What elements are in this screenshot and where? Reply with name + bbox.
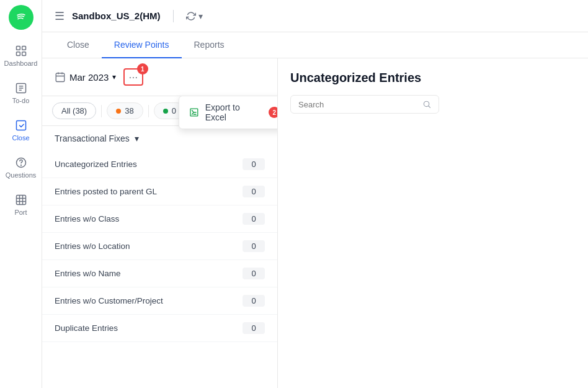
list-item-label: Entries posted to parent GL (55, 187, 243, 196)
more-badge: 1 (137, 63, 148, 74)
svg-point-12 (424, 101, 429, 106)
more-dots: ··· (129, 72, 138, 82)
export-excel-item[interactable]: Export to Excel 2 (179, 96, 278, 129)
list-item-entries-customer[interactable]: Entries w/o Customer/Project 0 (42, 287, 277, 315)
section-header-transactional[interactable]: Transactional Fixes ▾ (42, 126, 277, 151)
sidebar-label-port: Port (14, 209, 27, 216)
sidebar-item-questions[interactable]: Questions (2, 149, 40, 186)
svg-point-8 (20, 165, 21, 166)
tab-close[interactable]: Close (55, 32, 102, 58)
svg-rect-1 (16, 47, 20, 50)
list-item-label: Entries w/o Customer/Project (55, 296, 243, 305)
search-bar (290, 95, 439, 114)
svg-rect-3 (16, 52, 20, 56)
svg-rect-2 (22, 47, 25, 50)
topbar: ☰ Sandbox_US_2(HM) ▾ (42, 0, 588, 32)
sync-chevron: ▾ (198, 11, 203, 21)
svg-rect-10 (56, 73, 65, 82)
section-chevron: ▾ (135, 133, 139, 143)
filter-pending[interactable]: 38 (107, 102, 143, 119)
right-panel: Uncategorized Entries (278, 58, 588, 388)
app-title: Sandbox_US_2(HM) (72, 11, 161, 21)
list-item-label: Duplicate Entries (55, 323, 243, 333)
filter-all[interactable]: All (38) (52, 102, 96, 119)
list-item-count: 0 (243, 213, 265, 225)
filter-divider-2 (148, 105, 149, 117)
list-item-entries-location[interactable]: Entries w/o Location 0 (42, 233, 277, 260)
list-item-uncategorized[interactable]: Uncategorized Entries 0 (42, 151, 277, 178)
list-item-entries-parent[interactable]: Entries posted to parent GL 0 (42, 178, 277, 205)
sidebar-item-port[interactable]: Port (2, 186, 40, 223)
sidebar-label-dashboard: Dashboard (4, 60, 38, 67)
date-selector[interactable]: Mar 2023 ▾ (55, 71, 116, 83)
sidebar-item-dashboard[interactable]: Dashboard (2, 37, 40, 74)
svg-rect-9 (16, 196, 25, 205)
filter-pending-count: 38 (125, 106, 133, 115)
done-dot (163, 109, 168, 114)
list-item-label: Entries w/o Location (55, 241, 243, 251)
right-panel-title: Uncategorized Entries (290, 71, 576, 85)
list-item-count: 0 (243, 322, 265, 334)
sync-button[interactable]: ▾ (186, 11, 203, 21)
list-item-count: 0 (243, 186, 265, 197)
date-chevron: ▾ (112, 73, 116, 81)
sidebar-label-questions: Questions (6, 171, 37, 179)
tab-review-points[interactable]: Review Points (102, 32, 182, 58)
list-item-count: 0 (243, 268, 265, 279)
search-icon (422, 99, 431, 109)
date-label: Mar 2023 (69, 72, 109, 83)
sidebar-item-todo[interactable]: To-do (2, 74, 40, 112)
sidebar-label-todo: To-do (12, 97, 30, 104)
topbar-divider (173, 10, 174, 22)
section-label: Transactional Fixes (55, 133, 130, 143)
filter-all-label: All (38) (61, 106, 87, 115)
calendar-icon (55, 71, 66, 83)
list-item-entries-class[interactable]: Entries w/o Class 0 (42, 205, 277, 233)
sidebar: Dashboard To-do Close Questions Port (0, 0, 42, 388)
menu-icon[interactable]: ☰ (55, 9, 65, 23)
list-item-label: Uncategorized Entries (55, 160, 243, 169)
svg-point-0 (15, 11, 27, 24)
filter-divider (101, 105, 102, 117)
list-item-count: 0 (243, 158, 265, 170)
sidebar-item-close[interactable]: Close (2, 112, 40, 149)
list-item-count: 0 (243, 240, 265, 252)
more-options-button[interactable]: ··· 1 (123, 68, 143, 86)
panel-header: Mar 2023 ▾ ··· 1 Export to Excel (42, 58, 277, 96)
list-item-label: Entries w/o Name (55, 269, 243, 278)
excel-icon (189, 107, 199, 117)
svg-rect-6 (16, 121, 25, 130)
export-excel-label: Export to Excel (205, 102, 263, 122)
tabs-bar: Close Review Points Reports (42, 32, 588, 58)
tab-reports[interactable]: Reports (182, 32, 237, 58)
list-item-duplicate[interactable]: Duplicate Entries 0 (42, 315, 277, 342)
svg-rect-4 (22, 52, 25, 56)
search-input[interactable] (298, 100, 417, 109)
dropdown-menu: Export to Excel 2 (179, 96, 278, 129)
main-area: ☰ Sandbox_US_2(HM) ▾ Close Review Points… (42, 0, 588, 388)
list-item-label: Entries w/o Class (55, 214, 243, 223)
export-badge: 2 (269, 107, 278, 118)
app-logo[interactable] (9, 5, 33, 30)
list-item-count: 0 (243, 295, 265, 307)
content-area: Mar 2023 ▾ ··· 1 Export to Excel (42, 58, 588, 388)
left-panel: Mar 2023 ▾ ··· 1 Export to Excel (42, 58, 278, 388)
pending-dot (116, 109, 121, 114)
filter-done-count: 0 (172, 106, 176, 115)
sidebar-label-close: Close (12, 134, 29, 142)
list-item-entries-name[interactable]: Entries w/o Name 0 (42, 260, 277, 287)
